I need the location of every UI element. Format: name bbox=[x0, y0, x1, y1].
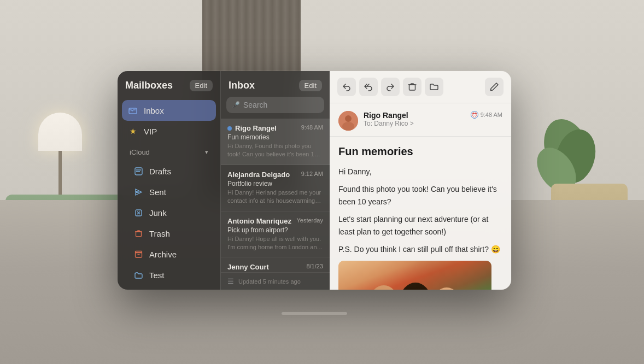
email-sender-3: Antonio Manriquez bbox=[227, 217, 291, 225]
folder-button[interactable] bbox=[425, 78, 443, 96]
scroll-indicator[interactable] bbox=[282, 312, 347, 315]
mail-window: Mailboxes Edit Inbox ★ VIP bbox=[118, 71, 511, 290]
icloud-header[interactable]: iCloud ▾ bbox=[127, 146, 210, 161]
drafts-icon bbox=[133, 166, 144, 177]
detail-toolbar bbox=[330, 71, 511, 103]
sidebar-item-inbox-label: Inbox bbox=[144, 106, 164, 115]
email-preview-2: Hi Danny! Herland passed me your contact… bbox=[227, 189, 323, 206]
icloud-label: iCloud bbox=[130, 148, 150, 156]
test-folder-icon bbox=[133, 269, 144, 280]
toolbar-right bbox=[485, 78, 504, 96]
detail-sender-name: Rigo Rangel bbox=[364, 111, 465, 120]
vip-icon: ★ bbox=[127, 126, 138, 137]
inbox-footer: ☰ Updated 5 minutes ago bbox=[221, 272, 330, 290]
email-preview-3: Hi Danny! Hope all is well with you. I'm… bbox=[227, 235, 323, 252]
sidebar-item-inbox[interactable]: Inbox bbox=[122, 100, 216, 121]
trash-button[interactable] bbox=[403, 78, 421, 96]
inbox-panel: Inbox Edit 🎤 Rigo Rangel 9:48 AM Fun mem… bbox=[220, 71, 330, 290]
email-body: Fun memories Hi Danny, Found this photo … bbox=[330, 137, 511, 290]
email-detail-panel: Rigo Rangel To: Danny Rico > ⏰ 9:48 AM F… bbox=[330, 71, 511, 290]
mailboxes-title: Mailboxes bbox=[125, 80, 173, 91]
toolbar-left bbox=[337, 78, 443, 96]
email-item-4[interactable]: Jenny Court 8/1/23 Surf session Weekend … bbox=[221, 257, 330, 272]
email-sender-2: Alejandra Delgado bbox=[227, 171, 290, 179]
unread-indicator bbox=[227, 126, 232, 131]
email-time-4: 8/1/23 bbox=[306, 263, 323, 269]
svg-rect-13 bbox=[135, 251, 142, 253]
inbox-icon bbox=[127, 105, 138, 116]
email-subject-2: Portfolio review bbox=[227, 180, 323, 187]
sidebar-item-drafts[interactable]: Drafts bbox=[127, 161, 210, 181]
email-time-3: Yesterday bbox=[296, 217, 323, 224]
window-bottom-bar bbox=[118, 312, 511, 315]
svg-rect-15 bbox=[409, 85, 415, 90]
reply-all-button[interactable] bbox=[359, 78, 378, 96]
inbox-search-bar[interactable]: 🎤 bbox=[226, 97, 324, 113]
detail-time-value: 9:48 AM bbox=[481, 111, 502, 118]
mailboxes-header: Mailboxes Edit bbox=[118, 71, 220, 98]
email-body-line2: Let's start planning our next adventure … bbox=[338, 213, 502, 238]
sidebar-item-trash-label: Trash bbox=[149, 229, 170, 238]
mailboxes-panel: Mailboxes Edit Inbox ★ VIP bbox=[118, 71, 220, 290]
sidebar-item-junk-label: Junk bbox=[149, 208, 167, 218]
sidebar-item-vip[interactable]: ★ VIP bbox=[122, 121, 216, 142]
email-sender-4: Jenny Court bbox=[227, 263, 269, 271]
footer-update-text: Updated 5 minutes ago bbox=[238, 278, 301, 285]
svg-point-22 bbox=[342, 122, 354, 131]
email-preview-1: Hi Danny, Found this photo you took! Can… bbox=[227, 142, 323, 159]
reply-button[interactable] bbox=[337, 78, 356, 96]
compose-button[interactable] bbox=[485, 78, 504, 96]
junk-icon bbox=[133, 207, 144, 218]
email-subject-3: Pick up from airport? bbox=[227, 226, 323, 234]
email-item-3[interactable]: Antonio Manriquez Yesterday Pick up from… bbox=[221, 212, 330, 258]
sidebar-item-test-label: Test bbox=[149, 271, 165, 280]
svg-point-21 bbox=[345, 115, 352, 122]
sidebar-item-drafts-label: Drafts bbox=[149, 167, 171, 176]
sidebar-item-vip-label: VIP bbox=[144, 127, 157, 136]
inbox-edit-button[interactable]: Edit bbox=[299, 80, 322, 91]
compose-icon: ☰ bbox=[227, 277, 234, 285]
inbox-title: Inbox bbox=[229, 80, 255, 91]
time-icon: ⏰ bbox=[471, 111, 478, 119]
email-photo bbox=[338, 261, 491, 290]
email-subject-heading: Fun memories bbox=[338, 145, 502, 158]
sidebar-item-junk[interactable]: Junk bbox=[127, 202, 210, 223]
email-body-line1: Found this photo you took! Can you belie… bbox=[338, 183, 502, 208]
email-item-2[interactable]: Alejandra Delgado 9:12 AM Portfolio revi… bbox=[221, 165, 330, 212]
icloud-section: iCloud ▾ Drafts bbox=[122, 142, 216, 287]
email-subject-1: Fun memories bbox=[227, 133, 323, 141]
trash-icon bbox=[133, 228, 144, 239]
svg-rect-7 bbox=[136, 232, 141, 237]
sent-icon bbox=[133, 186, 144, 197]
detail-time: ⏰ 9:48 AM bbox=[471, 111, 502, 119]
mailboxes-list: Inbox ★ VIP iCloud ▾ bbox=[118, 98, 220, 290]
sidebar-item-trash[interactable]: Trash bbox=[127, 223, 210, 244]
sender-meta: Rigo Rangel To: Danny Rico > bbox=[364, 111, 465, 127]
email-body-ps: P.S. Do you think I can still pull off t… bbox=[338, 243, 502, 255]
email-time-2: 9:12 AM bbox=[301, 171, 323, 177]
sender-avatar bbox=[338, 111, 358, 131]
sidebar-item-archive[interactable]: Archive bbox=[127, 244, 210, 265]
archive-icon bbox=[133, 249, 144, 260]
detail-to: To: Danny Rico > bbox=[364, 120, 465, 127]
email-sender-1: Rigo Rangel bbox=[235, 124, 277, 132]
sidebar-item-sent[interactable]: Sent bbox=[127, 181, 210, 202]
mailboxes-edit-button[interactable]: Edit bbox=[190, 80, 213, 91]
search-mic-icon: 🎤 bbox=[232, 101, 240, 109]
email-time-1: 9:48 AM bbox=[301, 124, 323, 131]
sidebar-item-sent-label: Sent bbox=[149, 187, 166, 197]
email-item-1[interactable]: Rigo Rangel 9:48 AM Fun memories Hi Dann… bbox=[221, 119, 330, 165]
search-input[interactable] bbox=[243, 101, 319, 109]
sidebar-item-archive-label: Archive bbox=[149, 250, 177, 259]
chevron-icon: ▾ bbox=[205, 149, 208, 156]
detail-email-header: Rigo Rangel To: Danny Rico > ⏰ 9:48 AM bbox=[330, 103, 511, 137]
sidebar-item-test[interactable]: Test bbox=[127, 265, 210, 285]
forward-button[interactable] bbox=[381, 78, 400, 96]
email-body-greeting: Hi Danny, bbox=[338, 166, 502, 178]
inbox-header: Inbox Edit bbox=[221, 71, 330, 97]
email-list: Rigo Rangel 9:48 AM Fun memories Hi Dann… bbox=[221, 119, 330, 272]
